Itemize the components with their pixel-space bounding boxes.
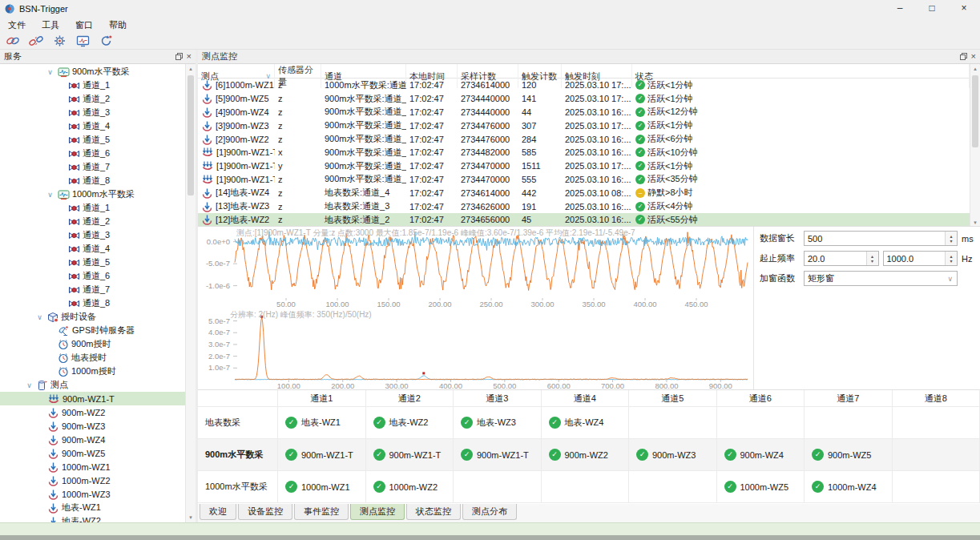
table-row[interactable]: [6]1000m-WZ1z1000m水平数采:通道_117:02:4727346… — [198, 79, 970, 92]
tree-item[interactable]: 通道_1 — [0, 79, 196, 92]
sidebar-scrollbar[interactable]: ▴ ▾ — [185, 64, 196, 522]
tree-item[interactable]: 通道_7 — [0, 283, 196, 296]
table-scrollbar[interactable]: ▴ ▾ — [970, 64, 980, 226]
maximize-button[interactable]: □ — [916, 0, 948, 18]
toolbar-disconnect-button[interactable] — [26, 32, 46, 49]
grid-cell[interactable]: ✓地表-WZ2 — [366, 407, 454, 439]
grid-cell[interactable] — [893, 407, 980, 439]
tab-3[interactable]: 测点监控 — [350, 504, 405, 520]
grid-cell[interactable] — [717, 407, 805, 439]
grid-cell[interactable] — [629, 471, 717, 503]
tree-item[interactable]: 1000m授时 — [0, 365, 196, 378]
grid-cell[interactable] — [893, 471, 980, 503]
tree-item[interactable]: 900m-WZ2 — [0, 405, 196, 419]
minimize-button[interactable]: – — [884, 0, 916, 18]
tab-2[interactable]: 事件监控 — [294, 504, 349, 520]
table-row[interactable]: [5]900m-WZ5z900m水平数采:通道_717:02:472734440… — [198, 92, 970, 106]
tree-item[interactable]: 通道_4 — [0, 242, 196, 256]
tree-item[interactable]: 900m-WZ1-T — [0, 392, 196, 405]
tree-item[interactable]: 900m-WZ5 — [0, 446, 196, 460]
tree-item[interactable]: 地表-WZ2 — [0, 514, 196, 522]
table-row[interactable]: [1]900m-WZ1-Ty900m水平数采:通道_217:02:4727344… — [198, 159, 970, 173]
grid-cell[interactable]: ✓1000m-WZ1 — [278, 471, 366, 503]
spin-field[interactable]: 1000.0▴▾ — [883, 251, 958, 266]
tree-item[interactable]: 通道_8 — [0, 174, 196, 187]
tree-item[interactable]: 通道_6 — [0, 147, 196, 160]
tree-item[interactable]: 900m-WZ3 — [0, 419, 196, 433]
tab-4[interactable]: 状态监控 — [406, 504, 461, 520]
tree-item[interactable]: 通道_8 — [0, 296, 196, 310]
scroll-thumb[interactable] — [188, 75, 194, 195]
grid-cell[interactable]: ✓1000m-WZ4 — [805, 471, 893, 503]
grid-cell[interactable] — [542, 471, 630, 503]
grid-cell[interactable]: ✓地表-WZ1 — [278, 407, 366, 439]
tree-item[interactable]: 通道_3 — [0, 106, 196, 119]
tab-0[interactable]: 欢迎 — [200, 504, 236, 520]
close-button[interactable]: × — [948, 0, 980, 18]
tree-item[interactable]: 地表授时 — [0, 351, 196, 365]
toolbar-settings-button[interactable] — [49, 32, 70, 49]
grid-cell[interactable] — [454, 471, 542, 503]
table-row[interactable]: [4]900m-WZ4z900m水平数采:通道_617:02:472734440… — [198, 106, 970, 119]
menu-item-0[interactable]: 文件 — [0, 18, 34, 32]
table-row[interactable]: [13]地表-WZ3z地表数采:通道_317:02:47273462600019… — [198, 199, 970, 213]
grid-cell[interactable]: ✓900m-WZ2 — [542, 439, 630, 471]
grid-cell[interactable]: ✓地表-WZ4 — [542, 407, 630, 439]
grid-cell[interactable] — [893, 439, 980, 471]
table-row[interactable]: [3]900m-WZ3z900m水平数采:通道_517:02:472734476… — [198, 119, 970, 132]
tree-item[interactable]: 1000m-WZ1 — [0, 460, 196, 474]
spinner-icon[interactable]: ▴▾ — [945, 232, 957, 245]
grid-cell[interactable]: ✓1000m-WZ2 — [366, 471, 454, 503]
table-row[interactable]: [2]900m-WZ2z900m水平数采:通道_417:02:472734476… — [198, 132, 970, 146]
menu-item-1[interactable]: 工具 — [34, 18, 67, 32]
table-row[interactable]: [12]地表-WZ2z地表数采:通道_217:02:47273465600045… — [198, 213, 970, 227]
tree-item[interactable]: 900m-WZ4 — [0, 433, 196, 446]
toolbar-connect-button[interactable] — [2, 32, 23, 49]
grid-cell[interactable] — [805, 407, 893, 439]
scroll-up-icon[interactable]: ▴ — [186, 64, 196, 74]
tree-item[interactable]: 通道_5 — [0, 133, 196, 147]
spin-field[interactable]: 500▴▾ — [804, 231, 958, 246]
tree-item[interactable]: 通道_6 — [0, 269, 196, 283]
tree-item[interactable]: GPS时钟服务器 — [0, 324, 196, 337]
close-icon[interactable]: × — [187, 53, 192, 60]
grid-cell[interactable]: ✓900m-WZ1-T — [454, 439, 542, 471]
tab-1[interactable]: 设备监控 — [238, 504, 292, 520]
grid-cell[interactable]: ✓900m-WZ5 — [805, 439, 893, 471]
tree-item[interactable]: 通道_7 — [0, 160, 196, 174]
menu-item-3[interactable]: 帮助 — [101, 18, 135, 32]
spinner-icon[interactable]: ▴▾ — [866, 252, 878, 265]
float-icon[interactable] — [960, 53, 967, 60]
tree-item[interactable]: ∨900m水平数采 — [0, 65, 196, 79]
tree-item[interactable]: 通道_2 — [0, 92, 196, 106]
tree-item[interactable]: 1000m-WZ2 — [0, 474, 196, 487]
tree-item[interactable]: 1000m-WZ3 — [0, 487, 196, 501]
table-row[interactable]: [14]地表-WZ4z地表数采:通道_417:02:47273461400044… — [198, 186, 970, 199]
table-row[interactable]: [1]900m-WZ1-Tz900m水平数采:通道_317:02:4727344… — [198, 173, 970, 187]
close-icon[interactable]: × — [971, 53, 976, 60]
tree-item[interactable]: 地表-WZ1 — [0, 501, 196, 514]
tree-item[interactable]: ∨1000m水平数采 — [0, 187, 196, 201]
grid-cell[interactable]: ✓900m-WZ4 — [717, 439, 805, 471]
tree-item[interactable]: 通道_3 — [0, 228, 196, 242]
float-icon[interactable] — [175, 53, 183, 60]
toolbar-refresh-button[interactable] — [95, 32, 116, 49]
tree-item[interactable]: ∨授时设备 — [0, 310, 196, 324]
tree-item[interactable]: 通道_5 — [0, 256, 196, 269]
window-function-select[interactable]: 矩形窗∨ — [804, 271, 958, 286]
scroll-down-icon[interactable]: ▾ — [186, 513, 196, 522]
grid-cell[interactable]: ✓900m-WZ1-T — [366, 439, 454, 471]
spin-field[interactable]: 20.0▴▾ — [804, 251, 879, 266]
tree-item[interactable]: ∨测点 — [0, 378, 196, 392]
grid-cell[interactable]: ✓900m-WZ3 — [629, 439, 717, 471]
scroll-up-icon[interactable]: ▴ — [970, 64, 980, 74]
tree-item[interactable]: 900m授时 — [0, 337, 196, 351]
tree-item[interactable]: 通道_2 — [0, 215, 196, 228]
scroll-down-icon[interactable]: ▾ — [970, 220, 980, 226]
grid-cell[interactable]: ✓900m-WZ1-T — [278, 439, 366, 471]
spinner-icon[interactable]: ▴▾ — [945, 252, 957, 265]
table-row[interactable]: [1]900m-WZ1-Tx900m水平数采:通道_117:02:4727344… — [198, 146, 970, 159]
tree-item[interactable]: 通道_1 — [0, 201, 196, 215]
grid-cell[interactable]: ✓地表-WZ3 — [454, 407, 542, 439]
tab-5[interactable]: 测点分布 — [462, 504, 517, 520]
